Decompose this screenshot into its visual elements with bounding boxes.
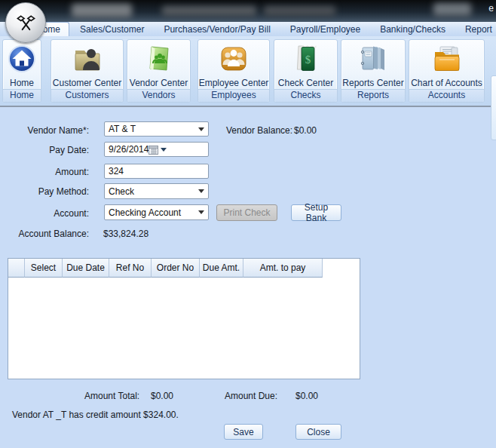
ribbon-group-caption: Accounts [409, 89, 484, 102]
accounts-folder-icon [430, 44, 464, 74]
ribbon-button-label: Vendor Center [127, 78, 190, 89]
dropdown-arrow-icon [198, 127, 204, 131]
account-balance-value: $33,824.28 [103, 229, 148, 239]
vendor-name-value: AT & T [109, 124, 195, 134]
order-no-column-header: Order No [152, 259, 200, 278]
calendar-icon [148, 145, 158, 155]
amount-label: Amount: [15, 167, 89, 177]
titlebar-corner-text: e [488, 3, 494, 14]
pay-date-value: 9/26/2014 [109, 144, 148, 155]
account-select[interactable]: Checking Account [104, 204, 209, 220]
vendor-book-icon [143, 43, 175, 75]
ribbon-group-employees: Employee Center Employees [197, 39, 270, 103]
select-column-header: Select [25, 259, 63, 278]
vendor-balance-value: $0.00 [294, 125, 317, 136]
ribbon-button-label: Employee Center [198, 78, 269, 89]
dropdown-arrow-icon [198, 210, 204, 214]
employee-group-icon [218, 44, 250, 74]
ref-no-column-header: Ref No [109, 259, 152, 278]
ribbon-button-label: Home [3, 78, 41, 89]
reports-center-button[interactable] [341, 40, 405, 78]
home-button[interactable] [3, 40, 41, 78]
close-button[interactable]: Close [295, 424, 341, 440]
chart-of-accounts-button[interactable] [409, 40, 484, 78]
ribbon-group-accounts: Chart of Accounts Accounts [409, 39, 485, 103]
app-logo-icon [16, 13, 36, 33]
ribbon-tab-strip: Home Sales/Customer Purchases/Vendor/Pay… [0, 22, 496, 36]
row-indicator-column-header [8, 259, 25, 278]
due-amt-column-header: Due Amt. [200, 259, 243, 278]
redacted-title-blur [264, 6, 335, 16]
redacted-title-blur [162, 6, 256, 16]
title-bar: e [0, 0, 496, 22]
ribbon-group-customers: Customer Center Customers [51, 39, 124, 103]
ribbon-group-caption: Vendors [127, 89, 190, 102]
vendor-center-button[interactable] [127, 40, 190, 78]
ribbon-group-caption: Employees [198, 89, 269, 102]
pay-method-label: Pay Method: [15, 186, 89, 197]
vendor-name-label: Vendor Name*: [15, 125, 89, 136]
ribbon-group-partial-edge [491, 75, 496, 140]
ribbon-group-caption: Home [3, 89, 41, 102]
ribbon: Home Home Customer Center Customers [0, 36, 496, 107]
account-value: Checking Account [109, 207, 195, 218]
vendor-credit-message: Vendor AT _T has credit amount $324.00. [12, 410, 179, 420]
amount-total-value: $0.00 [151, 391, 173, 401]
bills-table-body-empty [8, 278, 360, 380]
due-date-column-header: Due Date [63, 259, 109, 278]
ribbon-button-label: Check Center [274, 78, 337, 89]
save-button[interactable]: Save [224, 424, 263, 440]
account-label: Account: [15, 208, 89, 219]
svg-text:$: $ [305, 54, 311, 66]
home-icon [7, 44, 37, 74]
amount-total-label: Amount Total: [84, 391, 139, 401]
ribbon-button-label: Chart of Accounts [409, 78, 484, 89]
ribbon-group-reports: Reports Center Reports [341, 39, 406, 103]
tab-payroll-employee[interactable]: Payroll/Employee [281, 22, 369, 36]
ribbon-button-label: Reports Center [341, 78, 405, 89]
ribbon-group-caption: Reports [341, 89, 405, 102]
check-center-button[interactable]: $ [274, 40, 337, 78]
customer-folder-icon [71, 43, 104, 75]
redacted-title-blur [433, 3, 471, 16]
amt-to-pay-column-header: Amt. to pay [243, 259, 323, 278]
ribbon-group-caption: Checks [274, 89, 337, 102]
tab-sales-customer[interactable]: Sales/Customer [71, 22, 153, 36]
amount-input[interactable] [104, 164, 209, 179]
customer-center-button[interactable] [51, 40, 123, 78]
tab-purchases-vendor-pay-bill[interactable]: Purchases/Vendor/Pay Bill [155, 22, 279, 36]
dropdown-arrow-icon [198, 189, 204, 193]
pay-method-select[interactable]: Check [104, 183, 209, 199]
bills-table-header-row: Select Due Date Ref No Order No Due Amt.… [8, 259, 360, 278]
ribbon-group-caption: Customers [51, 89, 123, 102]
calendar-dropdown-arrow-icon [161, 148, 167, 152]
setup-bank-button[interactable]: Setup Bank [291, 204, 341, 221]
pay-date-label: Pay Date: [15, 145, 89, 155]
checkbook-icon: $ [291, 43, 321, 75]
ribbon-group-checks: $ Check Center Checks [274, 39, 338, 103]
pay-date-picker[interactable]: 9/26/2014 [104, 142, 209, 157]
bills-table: Select Due Date Ref No Order No Due Amt.… [8, 258, 360, 379]
print-check-button[interactable]: Print Check [216, 204, 277, 221]
amount-due-label: Amount Due: [225, 391, 277, 401]
app-menu-orb-button[interactable] [5, 2, 46, 43]
account-balance-label: Account Balance: [15, 229, 89, 239]
vendor-balance-label: Vendor Balance: [226, 125, 292, 136]
tab-report[interactable]: Report [456, 22, 496, 36]
pay-method-value: Check [109, 186, 195, 197]
amount-due-value: $0.00 [295, 391, 318, 401]
redacted-title-blur [72, 4, 132, 17]
app-window: e Home Sales/Customer Purchases/Vendor/P… [0, 0, 496, 448]
ribbon-group-home: Home Home [2, 39, 41, 103]
ribbon-group-vendors: Vendor Center Vendors [127, 39, 191, 103]
tab-banking-checks[interactable]: Banking/Checks [371, 22, 455, 36]
employee-center-button[interactable] [198, 40, 269, 78]
ribbon-button-label: Customer Center [51, 78, 123, 89]
vendor-name-select[interactable]: AT & T [104, 121, 209, 137]
reports-books-icon [357, 43, 390, 75]
